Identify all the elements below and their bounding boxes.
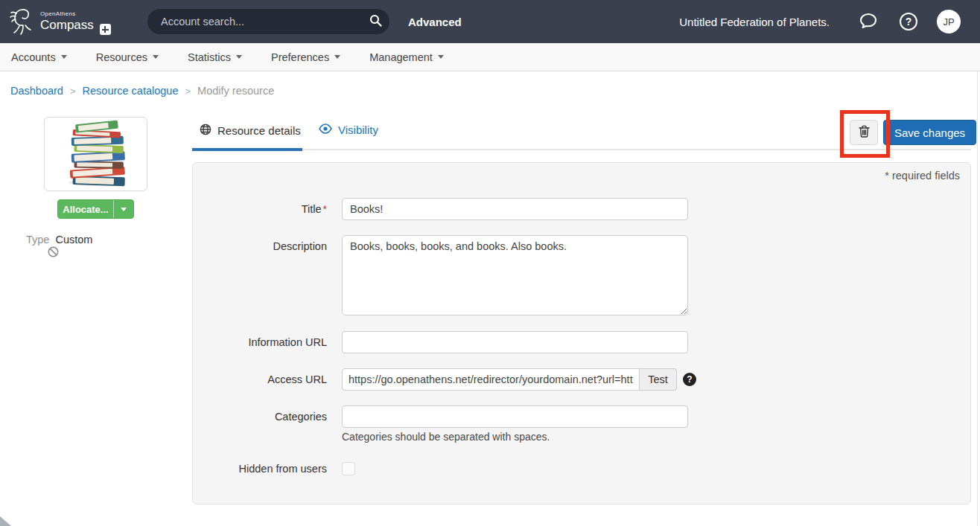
- account-search: [147, 9, 389, 34]
- page-edge-line: [977, 71, 978, 526]
- brand-line2: Compass: [40, 19, 94, 31]
- main-nav: Accounts Resources Statistics Preference…: [0, 43, 980, 71]
- breadcrumb-current-page: Modify resource: [197, 85, 274, 97]
- openathens-compass-logo[interactable]: OpenAthens Compass: [9, 6, 111, 36]
- openathens-emblem-icon: [9, 6, 36, 36]
- nav-item-management[interactable]: Management: [369, 51, 444, 63]
- resource-details-panel: * required fields Title* Description Boo…: [192, 162, 971, 504]
- access-url-input[interactable]: [342, 368, 640, 391]
- corner-artifact: [0, 516, 11, 526]
- categories-row: Categories: [193, 405, 970, 428]
- topbar-right: Untitled Federation of Planets. ? JP: [679, 0, 961, 43]
- required-asterisk: *: [323, 203, 327, 215]
- brand-line1: OpenAthens: [40, 11, 94, 17]
- chevron-down-icon: [236, 55, 242, 59]
- description-label: Description: [193, 235, 327, 257]
- resource-type-row: Type Custom: [26, 234, 92, 246]
- tab-label: Resource details: [217, 124, 301, 137]
- chat-button[interactable]: [859, 13, 877, 31]
- tabs-underline: [192, 149, 971, 150]
- required-fields-note: * required fields: [885, 170, 960, 182]
- hidden-from-users-label: Hidden from users: [193, 462, 327, 475]
- categories-help-text: Categories should be separated with spac…: [342, 431, 550, 443]
- title-row: Title*: [193, 198, 970, 220]
- brand-text: OpenAthens Compass: [40, 11, 94, 31]
- title-label-text: Title: [302, 203, 322, 215]
- information-url-input[interactable]: [342, 331, 688, 353]
- nav-item-statistics[interactable]: Statistics: [188, 51, 242, 63]
- account-search-input[interactable]: [147, 16, 361, 28]
- type-label: Type: [26, 234, 49, 246]
- save-changes-button[interactable]: Save changes: [883, 120, 976, 145]
- nav-item-preferences[interactable]: Preferences: [271, 51, 340, 63]
- information-url-label: Information URL: [193, 331, 327, 353]
- compass-plus-icon: [100, 24, 111, 35]
- title-label: Title*: [193, 198, 327, 220]
- breadcrumb: Dashboard > Resource catalogue > Modify …: [10, 85, 274, 97]
- tab-visibility[interactable]: Visibility: [319, 124, 378, 136]
- test-url-button[interactable]: Test: [640, 368, 677, 391]
- type-value: Custom: [55, 234, 92, 246]
- search-icon: [369, 14, 382, 29]
- delete-resource-button[interactable]: [850, 120, 878, 145]
- description-textarea[interactable]: Books, books, books, and books. Also boo…: [342, 235, 688, 315]
- question-mark-icon: ?: [906, 16, 912, 27]
- breadcrumb-dashboard[interactable]: Dashboard: [10, 85, 63, 97]
- prohibited-icon: [48, 246, 59, 260]
- page: OpenAthens Compass Advanced Untitled Fed…: [0, 0, 980, 526]
- nav-label-resources: Resources: [96, 51, 147, 63]
- chevron-down-icon: [153, 55, 159, 59]
- advanced-search-link[interactable]: Advanced: [408, 0, 462, 43]
- trash-icon: [859, 125, 870, 140]
- active-tab-indicator: [192, 148, 302, 151]
- title-input[interactable]: [342, 198, 688, 220]
- nav-label-statistics: Statistics: [188, 51, 231, 63]
- allocate-dropdown-toggle[interactable]: [114, 208, 133, 211]
- tab-resource-details[interactable]: Resource details: [200, 124, 301, 138]
- description-row: Description Books, books, books, and boo…: [193, 235, 970, 315]
- access-url-row: Access URL Test ?: [193, 368, 970, 391]
- nav-item-resources[interactable]: Resources: [96, 51, 159, 63]
- eye-icon: [319, 124, 332, 136]
- categories-label: Categories: [193, 405, 327, 428]
- search-button[interactable]: [361, 9, 389, 34]
- chevron-down-icon: [61, 55, 67, 59]
- help-button[interactable]: ?: [900, 13, 917, 31]
- globe-icon: [200, 124, 211, 138]
- breadcrumb-separator: >: [70, 86, 76, 97]
- nav-label-preferences: Preferences: [271, 51, 329, 63]
- chevron-down-icon: [438, 55, 444, 59]
- access-url-label: Access URL: [193, 368, 327, 391]
- information-url-row: Information URL: [193, 331, 970, 353]
- access-url-help-icon[interactable]: ?: [683, 373, 696, 386]
- categories-input[interactable]: [342, 405, 688, 428]
- hidden-from-users-row: Hidden from users: [193, 462, 970, 475]
- nav-label-accounts: Accounts: [11, 51, 56, 63]
- breadcrumb-resource-catalogue[interactable]: Resource catalogue: [83, 85, 179, 97]
- federation-name: Untitled Federation of Planets.: [679, 16, 830, 28]
- chevron-down-icon: [334, 55, 340, 59]
- allocate-label: Allocate...: [58, 204, 113, 215]
- tab-label: Visibility: [338, 124, 378, 136]
- user-avatar[interactable]: JP: [937, 10, 961, 33]
- chevron-down-icon: [121, 208, 127, 211]
- chat-bubble-icon: [859, 13, 877, 31]
- book-stack-image: [54, 118, 138, 190]
- nav-label-management: Management: [369, 51, 433, 63]
- topbar: OpenAthens Compass Advanced Untitled Fed…: [0, 0, 980, 43]
- resource-thumbnail-card: [44, 117, 147, 191]
- allocate-button[interactable]: Allocate...: [57, 199, 134, 219]
- hidden-from-users-checkbox[interactable]: [342, 462, 355, 475]
- nav-item-accounts[interactable]: Accounts: [11, 51, 67, 63]
- breadcrumb-separator: >: [185, 86, 191, 97]
